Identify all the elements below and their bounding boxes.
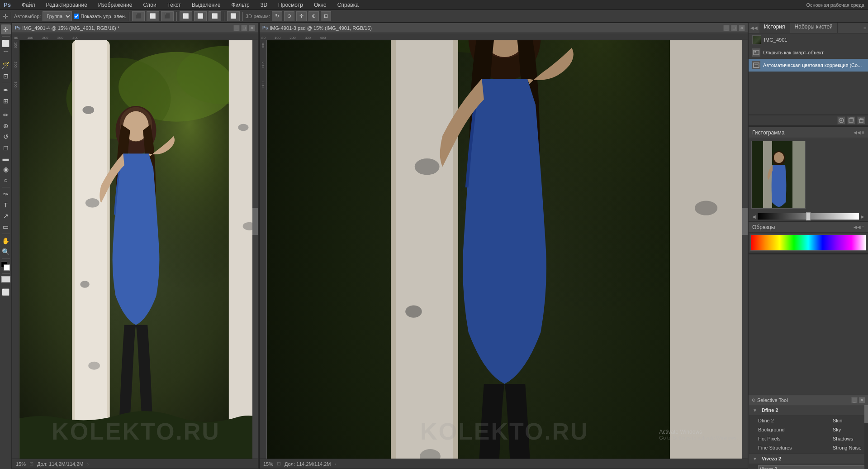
tool-hand[interactable]: ✋ (1, 236, 11, 246)
doc1-zoom-icon[interactable]: ⊡ (29, 461, 33, 467)
doc1-close-btn[interactable]: ✕ (249, 25, 255, 31)
tool-brush[interactable]: ✏ (1, 110, 11, 120)
doc2-zoom-icon[interactable]: ⊡ (277, 461, 281, 467)
menu-help[interactable]: Справка (336, 1, 360, 9)
tool-pen[interactable]: ✑ (1, 189, 11, 199)
histogram-collapse-btn[interactable]: ◀◀ (854, 130, 861, 135)
tool-shape[interactable]: ▭ (1, 222, 11, 232)
3d-roll-btn[interactable]: ⊙ (284, 11, 294, 21)
tool-marquee[interactable]: ⬜ (1, 38, 11, 48)
dfine2-header[interactable]: ▼ Dfine 2 (749, 405, 868, 415)
3d-pan-btn[interactable]: ✛ (296, 11, 307, 21)
doc2-canvas[interactable]: 80 100 200 300 400 100 200 300 (260, 33, 748, 459)
histogram-gradient-slider[interactable] (758, 213, 859, 220)
scrollbar-v-1[interactable] (252, 40, 258, 459)
distribute2-btn[interactable]: ⬜ (194, 11, 207, 21)
right-panel: ◀◀ История Наборы кистей ≡ IMG_4901 Откр… (748, 23, 868, 469)
doc2-maximize-btn[interactable]: □ (731, 25, 737, 31)
menu-view[interactable]: Просмотр (276, 1, 305, 9)
3d-slide-btn[interactable]: ⊕ (308, 11, 319, 21)
doc1-photo-area[interactable]: KOLEKTO.RU (19, 40, 252, 459)
color-swatches-strip[interactable] (750, 234, 866, 251)
menu-filter[interactable]: Фильтр (229, 1, 251, 9)
menu-text[interactable]: Текст (166, 1, 183, 9)
tool-crop[interactable]: ⊡ (1, 71, 11, 81)
doc1-minimize-btn[interactable]: _ (233, 25, 240, 31)
quick-mask-icon[interactable] (1, 276, 10, 282)
scrollbar-v-2[interactable] (742, 40, 748, 459)
tool-clone[interactable]: ⊕ (1, 121, 11, 131)
doc2-photo-area[interactable]: KOLEKTO.RU Activate Windows Go to Settin… (267, 40, 742, 459)
history-item-main[interactable]: IMG_4901 (749, 34, 868, 46)
tool-lasso[interactable]: ⌒ (1, 49, 11, 59)
arrange-btn[interactable]: ⬜ (227, 11, 240, 21)
new-doc-from-state-btn[interactable] (847, 116, 855, 124)
menu-window[interactable]: Окно (312, 1, 328, 9)
samples-menu-btn[interactable]: ≡ (862, 225, 864, 230)
scrollbar-thumb-1[interactable] (252, 208, 258, 235)
tool-path-sel[interactable]: ↗ (1, 211, 11, 221)
menu-edit[interactable]: Редактирование (44, 1, 89, 9)
new-snapshot-btn[interactable] (837, 116, 845, 124)
menu-layers[interactable]: Слои (141, 1, 158, 9)
selective-scrollbar-thumb[interactable] (864, 405, 868, 423)
selective-minimize-btn[interactable]: _ (851, 397, 858, 403)
doc1-maximize-btn[interactable]: □ (241, 25, 247, 31)
distribute-btn[interactable]: ⬜ (180, 11, 192, 21)
hist-arrow-left[interactable]: ◀ (752, 214, 756, 219)
panel-menu-icon[interactable]: ≡ (862, 25, 868, 30)
doc2-minimize-btn[interactable]: _ (723, 25, 730, 31)
menu-select[interactable]: Выделение (190, 1, 223, 9)
viveza2-input[interactable] (758, 465, 864, 469)
distribute3-btn[interactable]: ⬜ (209, 11, 221, 21)
scrollbar-thumb-2[interactable] (742, 208, 748, 235)
align-left-btn[interactable]: ⬛ (132, 11, 145, 21)
doc1-canvas[interactable]: 80 100 200 300 400 100 200 300 (12, 33, 258, 459)
menu-image[interactable]: Изображение (96, 1, 134, 9)
tool-history-brush[interactable]: ↺ (1, 132, 11, 142)
tool-dodge[interactable]: ○ (1, 175, 11, 185)
right-panel-menu[interactable]: ≡ (862, 23, 868, 33)
tool-quicksel[interactable]: 🪄 (1, 60, 11, 70)
show-controls-check[interactable]: Показать упр. элен. (74, 14, 126, 19)
tool-eraser[interactable]: ◻ (1, 143, 11, 153)
tool-gradient[interactable]: ▬ (1, 153, 11, 163)
doc2-close-btn[interactable]: ✕ (739, 25, 745, 31)
tool-move[interactable]: ✛ (1, 24, 11, 34)
selective-close-btn[interactable]: ✕ (859, 397, 865, 403)
menu-3d[interactable]: 3D (259, 1, 269, 9)
tool-eyedropper[interactable]: ✒ (1, 85, 11, 95)
samples-collapse-btn[interactable]: ◀◀ (854, 225, 861, 230)
align-right-btn[interactable]: ⬛ (161, 11, 174, 21)
fg-bg-colors[interactable] (1, 262, 11, 272)
autovybor-select[interactable]: Группа (43, 11, 72, 21)
history-label-2: Автоматическая цветовая коррекция (Со... (763, 62, 862, 68)
menu-file[interactable]: Файл (20, 1, 37, 9)
show-controls-checkbox[interactable] (74, 14, 79, 19)
left-panel-collapse[interactable]: ◀◀ (749, 23, 759, 33)
doc2-arrow-right[interactable]: › (334, 461, 336, 467)
3d-scale-btn[interactable]: ⊞ (321, 11, 331, 21)
history-item-1[interactable]: Открыть как смарт-объект (749, 46, 868, 59)
background-color[interactable] (4, 264, 10, 271)
move-tool-icon[interactable]: ✛ (3, 13, 8, 20)
3d-rotate-btn[interactable]: ↻ (272, 11, 282, 21)
tool-patch[interactable]: ⊞ (1, 96, 11, 106)
tool-text[interactable]: T (1, 200, 11, 210)
selective-scrollbar[interactable] (864, 405, 868, 469)
history-tab[interactable]: История (759, 23, 790, 33)
dfine2-collapse-icon: ▼ (753, 408, 757, 413)
doc1-arrow-right[interactable]: › (87, 461, 89, 467)
tool-blur[interactable]: ◉ (1, 164, 11, 174)
history-item-2[interactable]: Автоматическая цветовая коррекция (Со... (749, 59, 868, 72)
delete-state-btn[interactable] (857, 116, 865, 124)
align-center-btn[interactable]: ⬜ (147, 11, 159, 21)
histogram-slider-handle[interactable] (806, 212, 811, 220)
screen-mode-icon[interactable]: ⬜ (1, 287, 11, 297)
selective-scroll-area[interactable]: ▼ Dfine 2 Dfine 2 Skin Background Sky (749, 405, 868, 469)
histogram-menu-btn[interactable]: ≡ (862, 130, 864, 135)
viveza2-header[interactable]: ▼ Viveza 2 (749, 454, 868, 464)
hist-arrow-right[interactable]: ▶ (861, 214, 864, 219)
tool-zoom[interactable]: 🔍 (1, 247, 11, 257)
brushsets-tab[interactable]: Наборы кистей (790, 23, 838, 33)
